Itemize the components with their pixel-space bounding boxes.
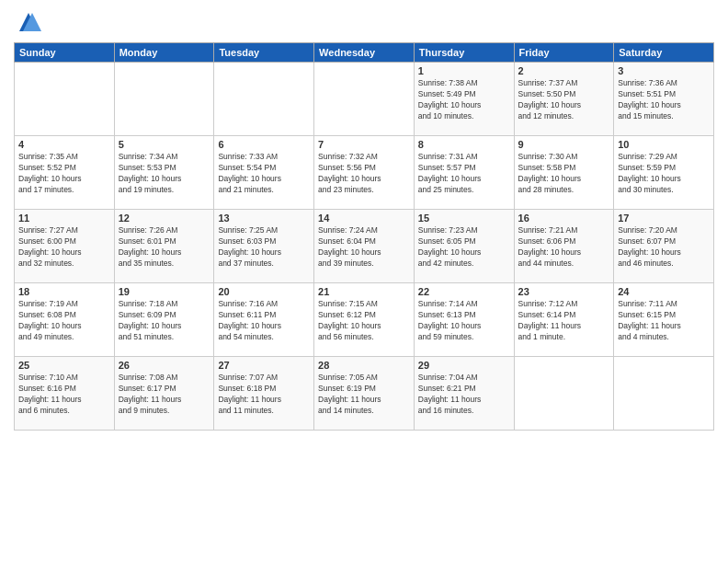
day-info: Sunrise: 7:20 AM Sunset: 6:07 PM Dayligh…: [618, 225, 710, 270]
day-info: Sunrise: 7:31 AM Sunset: 5:57 PM Dayligh…: [418, 152, 510, 196]
day-number: 15: [418, 213, 510, 224]
calendar-cell: 17Sunrise: 7:20 AM Sunset: 6:07 PM Dayli…: [614, 210, 714, 283]
calendar-container: SundayMondayTuesdayWednesdayThursdayFrid…: [0, 0, 728, 435]
day-info: Sunrise: 7:35 AM Sunset: 5:52 PM Dayligh…: [18, 152, 110, 196]
day-info: Sunrise: 7:04 AM Sunset: 6:21 PM Dayligh…: [418, 373, 510, 417]
day-info: Sunrise: 7:14 AM Sunset: 6:13 PM Dayligh…: [418, 299, 510, 343]
calendar-cell: [114, 63, 214, 136]
day-info: Sunrise: 7:08 AM Sunset: 6:17 PM Dayligh…: [119, 373, 210, 417]
calendar-cell: 24Sunrise: 7:11 AM Sunset: 6:15 PM Dayli…: [614, 283, 714, 357]
day-info: Sunrise: 7:29 AM Sunset: 5:59 PM Dayligh…: [618, 152, 710, 196]
day-number: 13: [218, 213, 310, 224]
day-number: 11: [18, 213, 110, 224]
calendar-cell: 21Sunrise: 7:15 AM Sunset: 6:12 PM Dayli…: [314, 283, 415, 357]
calendar-cell: [314, 63, 415, 136]
day-info: Sunrise: 7:16 AM Sunset: 6:11 PM Dayligh…: [218, 299, 310, 343]
day-number: 29: [418, 360, 510, 371]
calendar-cell: 9Sunrise: 7:30 AM Sunset: 5:58 PM Daylig…: [514, 136, 614, 210]
calendar-week: 4Sunrise: 7:35 AM Sunset: 5:52 PM Daylig…: [15, 136, 714, 210]
day-number: 24: [618, 286, 710, 297]
calendar-cell: [214, 63, 314, 136]
header-row: SundayMondayTuesdayWednesdayThursdayFrid…: [15, 43, 714, 63]
day-header: Saturday: [614, 43, 714, 63]
calendar-cell: 12Sunrise: 7:26 AM Sunset: 6:01 PM Dayli…: [114, 210, 214, 283]
day-number: 5: [119, 139, 210, 150]
day-info: Sunrise: 7:12 AM Sunset: 6:14 PM Dayligh…: [518, 299, 610, 343]
day-number: 23: [518, 286, 610, 297]
day-number: 17: [618, 213, 710, 224]
calendar-cell: [614, 357, 714, 431]
calendar-body: 1Sunrise: 7:38 AM Sunset: 5:49 PM Daylig…: [15, 63, 714, 431]
calendar-header: SundayMondayTuesdayWednesdayThursdayFrid…: [15, 43, 714, 63]
day-number: 6: [218, 139, 310, 150]
calendar-cell: 14Sunrise: 7:24 AM Sunset: 6:04 PM Dayli…: [314, 210, 415, 283]
day-number: 14: [318, 213, 410, 224]
day-info: Sunrise: 7:25 AM Sunset: 6:03 PM Dayligh…: [218, 225, 310, 270]
day-info: Sunrise: 7:24 AM Sunset: 6:04 PM Dayligh…: [318, 225, 410, 270]
day-number: 27: [218, 360, 310, 371]
calendar-cell: 13Sunrise: 7:25 AM Sunset: 6:03 PM Dayli…: [214, 210, 314, 283]
calendar-cell: 1Sunrise: 7:38 AM Sunset: 5:49 PM Daylig…: [414, 63, 514, 136]
calendar-cell: 28Sunrise: 7:05 AM Sunset: 6:19 PM Dayli…: [314, 357, 415, 431]
day-info: Sunrise: 7:36 AM Sunset: 5:51 PM Dayligh…: [618, 78, 710, 122]
day-info: Sunrise: 7:07 AM Sunset: 6:18 PM Dayligh…: [218, 373, 310, 417]
day-number: 9: [518, 139, 610, 150]
day-number: 19: [119, 286, 210, 297]
logo: [14, 9, 41, 35]
day-info: Sunrise: 7:23 AM Sunset: 6:05 PM Dayligh…: [418, 225, 510, 270]
day-info: Sunrise: 7:34 AM Sunset: 5:53 PM Dayligh…: [119, 152, 210, 196]
day-info: Sunrise: 7:32 AM Sunset: 5:56 PM Dayligh…: [318, 152, 410, 196]
day-number: 4: [18, 139, 110, 150]
day-header: Sunday: [15, 43, 115, 63]
day-number: 8: [418, 139, 510, 150]
calendar-cell: 25Sunrise: 7:10 AM Sunset: 6:16 PM Dayli…: [15, 357, 115, 431]
calendar-cell: 29Sunrise: 7:04 AM Sunset: 6:21 PM Dayli…: [414, 357, 514, 431]
calendar-cell: 5Sunrise: 7:34 AM Sunset: 5:53 PM Daylig…: [114, 136, 214, 210]
day-info: Sunrise: 7:19 AM Sunset: 6:08 PM Dayligh…: [18, 299, 110, 343]
logo-icon: [16, 9, 41, 35]
calendar-cell: 18Sunrise: 7:19 AM Sunset: 6:08 PM Dayli…: [15, 283, 115, 357]
day-number: 28: [318, 360, 410, 371]
day-info: Sunrise: 7:10 AM Sunset: 6:16 PM Dayligh…: [18, 373, 110, 417]
day-number: 21: [318, 286, 410, 297]
calendar-cell: 15Sunrise: 7:23 AM Sunset: 6:05 PM Dayli…: [414, 210, 514, 283]
calendar-cell: 7Sunrise: 7:32 AM Sunset: 5:56 PM Daylig…: [314, 136, 415, 210]
calendar-cell: 2Sunrise: 7:37 AM Sunset: 5:50 PM Daylig…: [514, 63, 614, 136]
calendar-cell: [514, 357, 614, 431]
calendar-week: 25Sunrise: 7:10 AM Sunset: 6:16 PM Dayli…: [15, 357, 714, 431]
day-info: Sunrise: 7:27 AM Sunset: 6:00 PM Dayligh…: [18, 225, 110, 270]
day-number: 18: [18, 286, 110, 297]
calendar-week: 1Sunrise: 7:38 AM Sunset: 5:49 PM Daylig…: [15, 63, 714, 136]
day-info: Sunrise: 7:38 AM Sunset: 5:49 PM Dayligh…: [418, 78, 510, 122]
calendar-cell: 19Sunrise: 7:18 AM Sunset: 6:09 PM Dayli…: [114, 283, 214, 357]
calendar-cell: 26Sunrise: 7:08 AM Sunset: 6:17 PM Dayli…: [114, 357, 214, 431]
day-number: 20: [218, 286, 310, 297]
calendar-cell: 22Sunrise: 7:14 AM Sunset: 6:13 PM Dayli…: [414, 283, 514, 357]
day-number: 3: [618, 65, 710, 76]
calendar-cell: 3Sunrise: 7:36 AM Sunset: 5:51 PM Daylig…: [614, 63, 714, 136]
day-header: Wednesday: [314, 43, 415, 63]
calendar-cell: 16Sunrise: 7:21 AM Sunset: 6:06 PM Dayli…: [514, 210, 614, 283]
day-info: Sunrise: 7:15 AM Sunset: 6:12 PM Dayligh…: [318, 299, 410, 343]
day-number: 1: [418, 65, 510, 76]
day-number: 16: [518, 213, 610, 224]
day-info: Sunrise: 7:21 AM Sunset: 6:06 PM Dayligh…: [518, 225, 610, 270]
day-number: 10: [618, 139, 710, 150]
day-number: 12: [119, 213, 210, 224]
calendar-cell: 11Sunrise: 7:27 AM Sunset: 6:00 PM Dayli…: [15, 210, 115, 283]
day-number: 25: [18, 360, 110, 371]
day-number: 2: [518, 65, 610, 76]
calendar-cell: [15, 63, 115, 136]
day-header: Friday: [514, 43, 614, 63]
calendar-cell: 4Sunrise: 7:35 AM Sunset: 5:52 PM Daylig…: [15, 136, 115, 210]
day-header: Thursday: [414, 43, 514, 63]
calendar-table: SundayMondayTuesdayWednesdayThursdayFrid…: [14, 42, 714, 431]
calendar-cell: 27Sunrise: 7:07 AM Sunset: 6:18 PM Dayli…: [214, 357, 314, 431]
day-number: 7: [318, 139, 410, 150]
day-header: Monday: [114, 43, 214, 63]
calendar-week: 11Sunrise: 7:27 AM Sunset: 6:00 PM Dayli…: [15, 210, 714, 283]
calendar-cell: 10Sunrise: 7:29 AM Sunset: 5:59 PM Dayli…: [614, 136, 714, 210]
day-info: Sunrise: 7:26 AM Sunset: 6:01 PM Dayligh…: [119, 225, 210, 270]
calendar-cell: 20Sunrise: 7:16 AM Sunset: 6:11 PM Dayli…: [214, 283, 314, 357]
day-header: Tuesday: [214, 43, 314, 63]
